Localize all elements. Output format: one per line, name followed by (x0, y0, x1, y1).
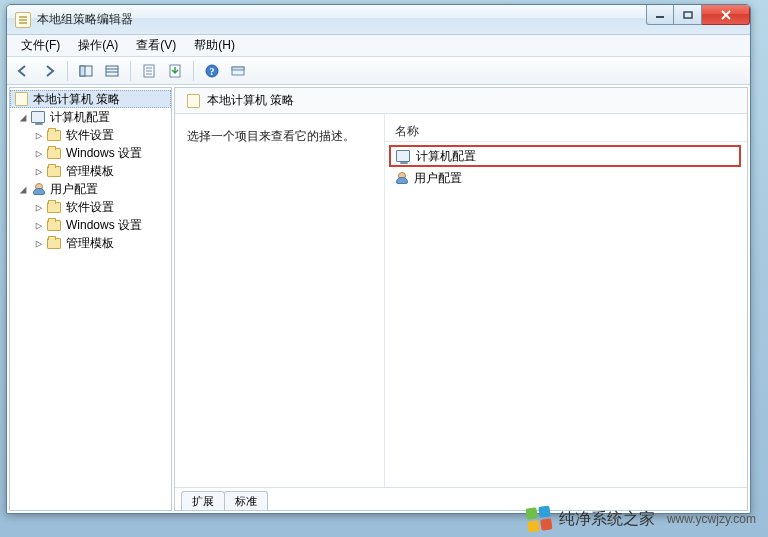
watermark-brand: 纯净系统之家 (559, 509, 655, 530)
expand-icon[interactable]: ▷ (32, 165, 46, 178)
close-button[interactable] (702, 5, 750, 25)
window-title: 本地组策略编辑器 (37, 11, 133, 28)
menu-help[interactable]: 帮助(H) (186, 35, 243, 56)
svg-rect-1 (684, 12, 692, 18)
computer-icon (30, 109, 46, 125)
collapse-icon[interactable]: ◢ (16, 111, 30, 124)
folder-icon (46, 163, 62, 179)
tree-pane[interactable]: 本地计算机 策略 ◢ 计算机配置 ▷ 软件设置 ▷ Windows 设置 (9, 87, 172, 511)
tree-item-windows-settings[interactable]: ▷ Windows 设置 (10, 144, 171, 162)
svg-rect-3 (80, 66, 85, 76)
tree-item-admin-templates[interactable]: ▷ 管理模板 (10, 234, 171, 252)
help-button[interactable]: ? (200, 60, 224, 82)
description-text: 选择一个项目来查看它的描述。 (187, 128, 374, 145)
separator (193, 61, 194, 81)
tree-item-label: 管理模板 (66, 163, 114, 180)
menubar: 文件(F) 操作(A) 查看(V) 帮助(H) (7, 35, 750, 57)
tree-item-label: 软件设置 (66, 127, 114, 144)
tree-item-label: Windows 设置 (66, 145, 142, 162)
policy-icon (185, 93, 201, 109)
tree-user-label: 用户配置 (50, 181, 98, 198)
expand-icon[interactable]: ▷ (32, 219, 46, 232)
tree-item-software-settings[interactable]: ▷ 软件设置 (10, 126, 171, 144)
computer-icon (395, 148, 411, 164)
tab-label: 标准 (235, 495, 257, 507)
folder-icon (46, 235, 62, 251)
folder-icon (46, 217, 62, 233)
watermark-icon (525, 505, 552, 532)
description-column: 选择一个项目来查看它的描述。 (175, 114, 385, 487)
svg-text:?: ? (210, 66, 215, 77)
tree-item-label: 软件设置 (66, 199, 114, 216)
detail-body: 选择一个项目来查看它的描述。 名称 计算机配置 用户配置 (175, 114, 747, 488)
column-header-name[interactable]: 名称 (385, 122, 747, 142)
svg-rect-0 (656, 16, 664, 18)
tree-root-label: 本地计算机 策略 (33, 91, 120, 108)
show-toolbar-button[interactable] (226, 60, 250, 82)
show-hide-tree-button[interactable] (100, 60, 124, 82)
folder-icon (46, 145, 62, 161)
menu-file[interactable]: 文件(F) (13, 35, 68, 56)
tab-label: 扩展 (192, 495, 214, 507)
user-icon (30, 181, 46, 197)
expand-icon[interactable]: ▷ (32, 147, 46, 160)
export-button[interactable] (163, 60, 187, 82)
menu-view[interactable]: 查看(V) (128, 35, 184, 56)
toolbar: ? (7, 57, 750, 85)
list-column: 名称 计算机配置 用户配置 (385, 114, 747, 487)
column-header-label: 名称 (395, 123, 419, 140)
user-icon (393, 170, 409, 186)
forward-button[interactable] (37, 60, 61, 82)
folder-icon (46, 127, 62, 143)
up-button[interactable] (74, 60, 98, 82)
tab-extended[interactable]: 扩展 (181, 491, 225, 510)
tree-item-admin-templates[interactable]: ▷ 管理模板 (10, 162, 171, 180)
app-window: 本地组策略编辑器 文件(F) 操作(A) 查看(V) 帮助(H) ? (6, 4, 751, 514)
policy-icon (13, 91, 29, 107)
collapse-icon[interactable]: ◢ (16, 183, 30, 196)
separator (130, 61, 131, 81)
svg-rect-10 (232, 67, 244, 70)
watermark: 纯净系统之家 www.ycwjzy.com (527, 507, 756, 531)
tree-item-software-settings[interactable]: ▷ 软件设置 (10, 198, 171, 216)
svg-rect-4 (106, 66, 118, 76)
list-item-user-config[interactable]: 用户配置 (385, 169, 747, 187)
properties-button[interactable] (137, 60, 161, 82)
detail-header: 本地计算机 策略 (175, 88, 747, 114)
tree-computer-config[interactable]: ◢ 计算机配置 (10, 108, 171, 126)
menu-action[interactable]: 操作(A) (70, 35, 126, 56)
back-button[interactable] (11, 60, 35, 82)
separator (67, 61, 68, 81)
tree-computer-label: 计算机配置 (50, 109, 110, 126)
expand-icon[interactable]: ▷ (32, 129, 46, 142)
detail-title: 本地计算机 策略 (207, 92, 294, 109)
list-item-label: 用户配置 (414, 170, 462, 187)
maximize-button[interactable] (674, 5, 702, 25)
expand-icon[interactable]: ▷ (32, 237, 46, 250)
list-item-computer-config[interactable]: 计算机配置 (389, 145, 741, 167)
tree-user-config[interactable]: ◢ 用户配置 (10, 180, 171, 198)
app-icon (15, 12, 31, 28)
watermark-url: www.ycwjzy.com (667, 512, 756, 526)
folder-icon (46, 199, 62, 215)
window-controls (646, 5, 750, 25)
tab-standard[interactable]: 标准 (224, 491, 268, 510)
titlebar[interactable]: 本地组策略编辑器 (7, 5, 750, 35)
content-area: 本地计算机 策略 ◢ 计算机配置 ▷ 软件设置 ▷ Windows 设置 (7, 85, 750, 513)
tree-item-label: Windows 设置 (66, 217, 142, 234)
tree-item-windows-settings[interactable]: ▷ Windows 设置 (10, 216, 171, 234)
list-item-label: 计算机配置 (416, 148, 476, 165)
expand-icon[interactable]: ▷ (32, 201, 46, 214)
tree-item-label: 管理模板 (66, 235, 114, 252)
tree-root[interactable]: 本地计算机 策略 (10, 90, 171, 108)
minimize-button[interactable] (646, 5, 674, 25)
detail-pane: 本地计算机 策略 选择一个项目来查看它的描述。 名称 计算机配置 (174, 87, 748, 511)
